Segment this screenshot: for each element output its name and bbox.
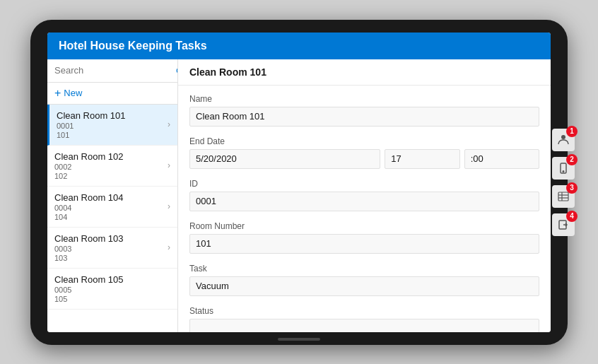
id-value[interactable]: 0001 <box>189 192 539 211</box>
item-subtitle: 0004 <box>54 204 168 212</box>
list-item[interactable]: Clean Room 101 0001 101 › <box>47 105 177 146</box>
svg-point-2 <box>563 170 564 172</box>
search-input[interactable] <box>54 65 173 76</box>
left-panel: ⟳ + New Clean Room 101 0001 101 <box>47 59 178 332</box>
item-subtitle: 0003 <box>54 245 168 253</box>
chevron-right-icon: › <box>168 201 170 211</box>
chevron-right-icon: › <box>168 160 170 170</box>
id-field-section: ID 0001 <box>189 179 539 211</box>
main-content: ⟳ + New Clean Room 101 0001 101 <box>47 59 551 332</box>
list-item[interactable]: Clean Room 103 0003 103 › <box>47 228 177 269</box>
chevron-right-icon: › <box>168 242 170 252</box>
item-number: 101 <box>57 131 168 139</box>
item-title: Clean Room 105 <box>54 274 170 285</box>
status-label: Status <box>189 306 539 316</box>
right-panel: Clean Room 101 Name Clean Room 101 End D… <box>178 59 551 332</box>
app-title: Hotel House Keeping Tasks <box>59 40 207 52</box>
side-icon-badge-4: 4 <box>566 211 578 222</box>
new-button[interactable]: + New <box>47 83 177 105</box>
side-icon-table[interactable]: 3 <box>552 185 575 208</box>
item-title: Clean Room 104 <box>54 192 168 203</box>
side-icon-user[interactable]: 1 <box>552 129 575 151</box>
list-item-content: Clean Room 102 0002 102 <box>54 151 168 180</box>
side-icons-panel: 1 2 3 4 <box>552 129 575 236</box>
room-number-label: Room Number <box>189 221 539 231</box>
side-icon-phone[interactable]: 2 <box>552 157 575 180</box>
detail-body: Name Clean Room 101 End Date 5/20/2020 1… <box>178 86 551 332</box>
date-fields: 5/20/2020 17 :00 <box>189 149 539 169</box>
app-header: Hotel House Keeping Tasks <box>47 33 551 59</box>
room-number-field-section: Room Number 101 <box>189 221 539 254</box>
detail-header: Clean Room 101 <box>178 59 551 86</box>
item-subtitle: 0005 <box>54 286 170 294</box>
room-number-value[interactable]: 101 <box>189 234 539 254</box>
item-title: Clean Room 101 <box>57 110 168 121</box>
list-items: Clean Room 101 0001 101 › Clean Room 102… <box>47 105 177 332</box>
item-number: 104 <box>54 213 168 221</box>
side-icon-badge-1: 1 <box>566 126 578 137</box>
list-item-content: Clean Room 103 0003 103 <box>54 233 168 262</box>
item-title: Clean Room 102 <box>54 151 168 162</box>
status-field-section: Status <box>189 306 539 332</box>
status-value[interactable] <box>189 319 539 332</box>
svg-rect-3 <box>558 192 568 201</box>
end-date-label: End Date <box>189 136 539 146</box>
name-value[interactable]: Clean Room 101 <box>189 107 539 127</box>
task-label: Task <box>189 264 539 274</box>
side-icon-badge-2: 2 <box>566 154 578 165</box>
list-item-content: Clean Room 101 0001 101 <box>57 110 168 139</box>
chevron-right-icon: › <box>168 119 170 129</box>
task-field-section: Task Vacuum <box>189 264 539 296</box>
task-value[interactable]: Vacuum <box>189 276 539 296</box>
item-number: 103 <box>54 254 168 262</box>
item-number: 105 <box>54 295 170 303</box>
side-icon-badge-3: 3 <box>566 182 578 194</box>
id-label: ID <box>189 179 539 189</box>
item-subtitle: 0002 <box>54 163 168 171</box>
new-button-label: New <box>64 88 82 98</box>
item-subtitle: 0001 <box>57 122 168 130</box>
list-item[interactable]: Clean Room 104 0004 104 › <box>47 187 177 228</box>
tablet-frame: Hotel House Keeping Tasks ⟳ + New <box>30 20 568 345</box>
tablet-screen: Hotel House Keeping Tasks ⟳ + New <box>47 33 551 332</box>
item-title: Clean Room 103 <box>54 233 168 244</box>
list-item[interactable]: Clean Room 102 0002 102 › <box>47 146 177 187</box>
item-number: 102 <box>54 172 168 180</box>
end-date-field-section: End Date 5/20/2020 17 :00 <box>189 136 539 169</box>
end-date-value[interactable]: 5/20/2020 <box>189 149 380 169</box>
list-item-content: Clean Room 104 0004 104 <box>54 192 168 221</box>
end-date-hour[interactable]: 17 <box>385 149 459 169</box>
list-item[interactable]: Clean Room 105 0005 105 <box>47 269 177 310</box>
search-box: ⟳ <box>47 59 177 83</box>
name-label: Name <box>189 94 539 104</box>
name-field-section: Name Clean Room 101 <box>189 94 539 127</box>
detail-title: Clean Room 101 <box>189 66 266 78</box>
svg-rect-0 <box>561 135 565 139</box>
end-date-min[interactable]: :00 <box>464 149 539 169</box>
home-button <box>278 338 320 341</box>
side-icon-export[interactable]: 4 <box>552 213 575 236</box>
plus-icon: + <box>54 87 61 100</box>
list-item-content: Clean Room 105 0005 105 <box>54 274 170 303</box>
